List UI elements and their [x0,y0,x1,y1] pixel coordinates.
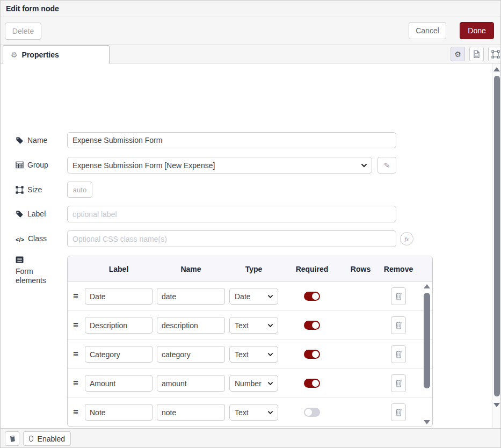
trash-icon [395,350,402,358]
drag-handle-icon[interactable]: ≡ [71,378,81,389]
label-input[interactable] [67,206,396,222]
table-scrollbar[interactable] [423,284,431,424]
drag-handle-icon[interactable]: ≡ [71,291,81,302]
object-size-icon [16,186,24,194]
element-row: ≡ Number [68,369,432,398]
node-help-button[interactable] [5,431,19,446]
element-label-input[interactable] [85,288,153,305]
element-type-select-wrap: Number [229,375,278,392]
group-select[interactable]: Expense Submission Form [New Expense] [67,157,372,174]
size-label: Size [27,185,42,194]
element-label-input[interactable] [85,404,153,421]
form-elements-label-row: Form elements [16,256,62,285]
element-name-input[interactable] [157,404,225,421]
required-toggle[interactable] [304,379,320,388]
panel-scrollbar[interactable] [492,63,500,429]
scroll-down-icon[interactable] [493,403,500,407]
element-name-input[interactable] [157,346,225,363]
trash-icon [395,408,402,416]
delete-button[interactable]: Delete [5,23,41,40]
done-button[interactable]: Done [460,22,494,39]
col-header-required: Required [282,265,342,273]
element-type-select[interactable]: Date [229,288,278,305]
cancel-button[interactable]: Cancel [409,22,446,39]
table-scrollbar-thumb[interactable] [424,293,430,388]
element-type-select[interactable]: Text [229,346,278,363]
edit-group-button[interactable]: ✎ [377,157,396,174]
name-input[interactable] [67,132,396,148]
elements-table-header: Label Name Type Required Rows Remove [68,256,432,282]
document-icon [473,50,481,59]
element-row: ≡ Text [68,340,432,369]
node-enabled-toggle[interactable]: Enabled [23,431,71,446]
enabled-label: Enabled [38,435,65,443]
properties-gear-button[interactable]: ⚙ [451,47,465,61]
tab-properties[interactable]: ⚙ Properties [3,45,110,64]
element-label-input[interactable] [85,346,153,363]
drag-handle-icon[interactable]: ≡ [71,407,81,418]
scroll-down-icon[interactable] [424,420,430,424]
element-name-input[interactable] [157,375,225,392]
scroll-up-icon[interactable] [424,284,430,288]
remove-element-button[interactable] [391,345,406,363]
fx-icon: fx [405,236,409,242]
element-label-input[interactable] [85,317,153,334]
table-icon [16,161,24,169]
class-expression-button[interactable]: fx [400,232,413,245]
tab-properties-label: Properties [22,50,59,59]
name-label: Name [27,136,47,145]
element-type-select-wrap: Text [229,317,278,334]
object-layout-icon [491,50,500,59]
drag-handle-icon[interactable]: ≡ [71,349,81,360]
class-label: Class [28,234,47,243]
remove-element-button[interactable] [391,287,406,305]
col-header-name: Name [157,265,225,273]
required-toggle[interactable] [304,292,320,301]
required-toggle[interactable] [304,350,320,359]
remove-element-button[interactable] [391,374,406,392]
remove-element-button[interactable] [391,316,406,334]
element-name-input[interactable] [157,317,225,334]
tab-bar: ⚙ Properties ⚙ [1,45,500,63]
trash-icon [395,321,402,329]
group-field-label-row: Group [16,161,48,170]
col-header-label: Label [85,265,153,273]
label-field-label-row: Label [16,209,46,219]
elements-table: Label Name Type Required Rows Remove ≡ D… [67,256,433,427]
col-header-rows: Rows [346,265,375,273]
class-input[interactable] [67,230,396,247]
group-label: Group [27,161,48,170]
tag-icon [16,210,24,218]
elements-table-body: ≡ Date ≡ Text ≡ Text [68,282,432,427]
list-icon [16,256,24,263]
pencil-icon: ✎ [384,161,390,170]
size-field-label-row: Size [16,185,42,194]
tag-icon [16,136,24,144]
panel-scrollbar-thumb[interactable] [494,76,500,396]
size-auto-button[interactable]: auto [67,182,92,198]
description-doc-button[interactable] [469,47,484,61]
class-field-label-row: </> Class [16,234,47,244]
required-toggle[interactable] [304,408,320,417]
edit-form-node-dialog: Edit form node Delete Cancel Done ⚙ Prop… [0,0,501,448]
element-type-select-wrap: Date [229,288,278,305]
trash-icon [395,379,402,387]
label-label: Label [27,209,46,219]
element-label-input[interactable] [85,375,153,392]
scroll-up-icon[interactable] [493,67,500,71]
element-name-input[interactable] [157,288,225,305]
col-header-type: Type [229,265,278,273]
status-circle-icon [29,436,33,442]
required-toggle[interactable] [304,321,320,330]
code-icon: </> [16,235,24,244]
dialog-header: Edit form node [1,1,500,17]
element-type-select[interactable]: Text [229,404,278,421]
remove-element-button[interactable] [391,403,406,421]
tab-icon-group: ⚙ [451,47,501,61]
gear-icon: ⚙ [11,51,18,59]
group-select-wrap: Expense Submission Form [New Expense] [67,157,372,174]
element-type-select[interactable]: Number [229,375,278,392]
appearance-layout-button[interactable] [488,47,501,61]
drag-handle-icon[interactable]: ≡ [71,320,81,331]
element-type-select[interactable]: Text [229,317,278,334]
